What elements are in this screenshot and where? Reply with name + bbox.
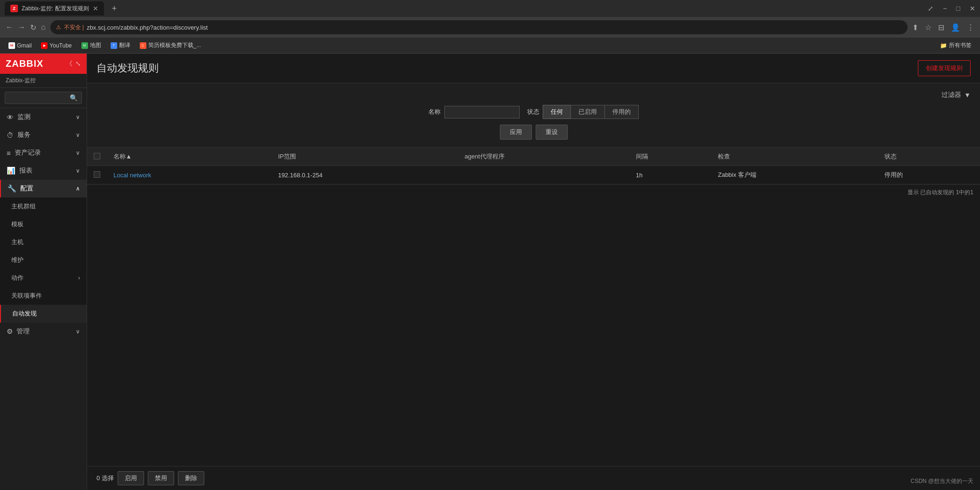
sidebar-logo: ZABBIX 《 ⤡: [0, 54, 87, 74]
bottom-bar: 0 选择 启用 禁用 删除: [87, 466, 980, 490]
sidebar-item-config[interactable]: 🔧 配置 ∧: [0, 180, 87, 198]
restore-button[interactable]: ⤢: [928, 5, 933, 12]
apply-filter-button[interactable]: 应用: [500, 125, 532, 140]
split-screen-icon[interactable]: ⊟: [938, 23, 944, 32]
search-input[interactable]: [9, 95, 68, 101]
sidebar-item-discovery[interactable]: 自动发现: [0, 305, 87, 323]
tab-close-btn[interactable]: ✕: [93, 5, 98, 12]
config-label: 配置: [20, 184, 33, 193]
name-filter-input[interactable]: [444, 106, 520, 119]
reports-arrow: ∨: [76, 167, 80, 174]
bookmark-csdn[interactable]: C 简历模板免费下载_...: [136, 40, 205, 51]
sidebar-item-maintenance[interactable]: 维护: [0, 251, 87, 269]
bookmark-gmail[interactable]: M Gmail: [5, 40, 35, 51]
table-section: 名称▲ IP范围 agent代理程序 间隔 检查 状态 Local networ…: [87, 148, 980, 466]
url-prefix: 不安全 |: [64, 24, 84, 32]
sidebar-item-assets[interactable]: ≡ 资产记录 ∨: [0, 144, 87, 162]
table-header-name[interactable]: 名称▲: [107, 148, 272, 166]
bookmark-maps[interactable]: M 地图: [78, 40, 105, 51]
expand-icon[interactable]: ⤡: [75, 60, 81, 68]
app-layout: ZABBIX 《 ⤡ Zabbix-监控 🔍 👁 监测 ∨ ⏱ 服务: [0, 54, 980, 490]
row-checkbox-cell: [87, 166, 107, 184]
sidebar-item-service[interactable]: ⏱ 服务 ∨: [0, 126, 87, 144]
sidebar-item-reports[interactable]: 📊 报表 ∨: [0, 162, 87, 180]
hosts-label: 主机: [11, 238, 24, 246]
all-bookmarks[interactable]: 📁 所有书签: [936, 40, 975, 51]
window-controls: ⤢ − □ ✕: [928, 5, 975, 12]
create-discovery-rule-button[interactable]: 创建发现规则: [918, 60, 971, 76]
filter-icon[interactable]: ▼: [964, 91, 971, 99]
row-status[interactable]: 停用的: [878, 166, 980, 184]
sidebar-item-templates[interactable]: 模板: [0, 215, 87, 233]
table-header-status: 状态: [878, 148, 980, 166]
browser-titlebar: Z Zabbix-监控: 配置发现规则 ✕ + ⤢ − □ ✕: [0, 0, 980, 17]
new-tab-button[interactable]: +: [108, 2, 121, 15]
sidebar-search[interactable]: 🔍: [0, 88, 87, 108]
maximize-button[interactable]: □: [956, 5, 960, 12]
sidebar-item-actions[interactable]: 动作 ›: [0, 269, 87, 287]
name-filter-group: 名称: [428, 106, 520, 119]
sidebar-item-manage[interactable]: ⚙ 管理 ∨: [0, 323, 87, 340]
select-all-checkbox[interactable]: [94, 153, 100, 159]
reports-icon: 📊: [7, 166, 16, 175]
bookmark-icon[interactable]: ☆: [925, 23, 932, 32]
search-icon: 🔍: [70, 94, 78, 102]
discovery-rules-table: 名称▲ IP范围 agent代理程序 间隔 检查 状态 Local networ…: [87, 148, 980, 184]
collapse-icon[interactable]: 《: [66, 60, 72, 68]
sidebar: ZABBIX 《 ⤡ Zabbix-监控 🔍 👁 监测 ∨ ⏱ 服务: [0, 54, 87, 490]
sidebar-item-host-groups[interactable]: 主机群组: [0, 198, 87, 215]
status-disabled-btn[interactable]: 停用的: [604, 105, 639, 119]
name-filter-label: 名称: [428, 108, 441, 116]
service-icon: ⏱: [7, 131, 14, 139]
address-bar[interactable]: ⚠ 不安全 | zbx.scj.com/zabbix.php?action=di…: [50, 20, 908, 34]
monitor-label: 监测: [17, 113, 31, 121]
filter-label: 过滤器: [941, 91, 961, 99]
row-checkbox[interactable]: [94, 171, 100, 178]
monitor-icon: 👁: [7, 113, 14, 121]
filter-form: 名称 状态 任何 已启用 停用的: [96, 105, 971, 119]
search-wrap[interactable]: 🔍: [5, 92, 82, 104]
sidebar-app-name: Zabbix-监控: [0, 74, 87, 88]
reset-filter-button[interactable]: 重设: [536, 125, 568, 140]
url-text: zbx.scj.com/zabbix.php?action=discovery.…: [87, 24, 902, 31]
disable-button[interactable]: 禁用: [148, 471, 174, 485]
bookmark-youtube-label: YouTube: [49, 42, 72, 49]
status-radio-group: 任何 已启用 停用的: [543, 105, 639, 119]
back-button[interactable]: ←: [6, 23, 13, 32]
sidebar-item-correlation[interactable]: 关联项事件: [0, 287, 87, 305]
delete-button[interactable]: 删除: [178, 471, 204, 485]
row-ip-range: 192.168.0.1-254: [272, 166, 458, 184]
status-filter-label: 状态: [527, 108, 539, 116]
all-bookmarks-label: 所有书签: [949, 41, 972, 49]
refresh-button[interactable]: ↻: [30, 23, 36, 32]
share-icon[interactable]: ⬆: [912, 23, 918, 32]
bookmark-youtube[interactable]: ▶ YouTube: [37, 40, 75, 51]
templates-label: 模板: [11, 220, 24, 229]
watermark-text: CSDN @想当大佬的一天: [910, 478, 973, 484]
close-window-button[interactable]: ✕: [970, 5, 975, 12]
enable-button[interactable]: 启用: [118, 471, 144, 485]
row-name[interactable]: Local network: [107, 166, 272, 184]
forward-button[interactable]: →: [18, 23, 25, 32]
filter-actions: 应用 重设: [96, 125, 971, 140]
sidebar-item-monitor[interactable]: 👁 监测 ∨: [0, 108, 87, 126]
service-label: 服务: [17, 131, 31, 139]
menu-icon[interactable]: ⋮: [967, 23, 974, 32]
sidebar-nav: 👁 监测 ∨ ⏱ 服务 ∨ ≡ 资产记录 ∨ 📊 报表 ∨ 🔧 配置: [0, 108, 87, 490]
bookmark-translate[interactable]: T 翻译: [107, 40, 134, 51]
host-groups-label: 主机群组: [11, 202, 36, 211]
status-enabled-btn[interactable]: 已启用: [570, 105, 605, 119]
bookmark-gmail-label: Gmail: [17, 42, 32, 49]
browser-tab[interactable]: Z Zabbix-监控: 配置发现规则 ✕: [5, 1, 104, 16]
home-button[interactable]: ⌂: [41, 23, 46, 32]
status-any-btn[interactable]: 任何: [543, 105, 571, 119]
sidebar-item-hosts[interactable]: 主机: [0, 233, 87, 251]
row-agent: [458, 166, 629, 184]
translate-icon: T: [111, 42, 117, 49]
youtube-icon: ▶: [41, 42, 48, 49]
profile-icon[interactable]: 👤: [951, 23, 960, 32]
minimize-button[interactable]: −: [943, 5, 947, 12]
row-checks: Zabbix 客户端: [711, 166, 878, 184]
table-footer-text: 显示 已自动发现的 1中的1: [908, 189, 973, 196]
actions-arrow: ›: [78, 275, 80, 281]
